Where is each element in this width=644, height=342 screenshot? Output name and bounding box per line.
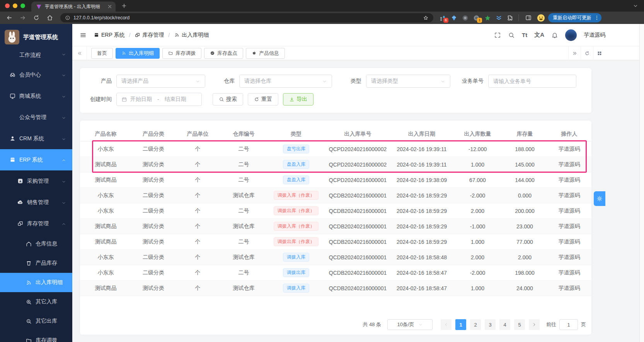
type-select[interactable]: 请选择类型 <box>366 75 450 88</box>
cell-unit: 个 <box>175 208 220 214</box>
sidebar-item-zoom-out[interactable]: 其它出库 <box>0 311 72 331</box>
tab-search-button[interactable] <box>632 3 639 9</box>
type-badge: 盘盈入库 <box>283 160 309 169</box>
warehouse-label: 仓库 <box>224 78 235 85</box>
warehouse-select[interactable]: 请选择仓库 <box>239 75 332 88</box>
view-tab[interactable]: 出入库明细 <box>116 48 160 59</box>
date-range-input[interactable]: 开始日期 - 结束日期 <box>116 93 202 106</box>
filter-card: 产品 请选择产品 仓库 请选择仓库 类型 请选择类型 <box>80 68 591 113</box>
forward-button[interactable] <box>19 14 26 21</box>
export-button[interactable]: 导出 <box>283 93 313 105</box>
tabs-scroll-left-button[interactable] <box>72 46 87 60</box>
search-button[interactable]: 搜索 <box>213 93 243 105</box>
app-logo[interactable]: 芋道管理系统 <box>0 24 72 50</box>
pagination: 共 48 条 10条/页 12345 前往 页 <box>363 319 586 330</box>
bookmark-star-icon[interactable] <box>423 15 429 21</box>
reset-button[interactable]: 重置 <box>248 93 278 105</box>
page-button-3[interactable]: 3 <box>485 319 496 330</box>
browser-tab[interactable]: 芋道管理系统 - 出入库明细 <box>31 2 116 12</box>
next-page-button[interactable] <box>529 319 540 330</box>
refresh-view-button[interactable] <box>581 46 593 60</box>
sidebar-item-folder[interactable]: 库存调拨 <box>0 331 72 342</box>
sidebar-item-purchase[interactable]: A采购管理 <box>0 170 72 192</box>
sidebar-item-member[interactable]: 会员中心 <box>0 64 72 85</box>
breadcrumb-item[interactable]: 出入库明细 <box>174 32 209 39</box>
cell-stock: 77.000 <box>503 239 547 245</box>
sidebar-item-product[interactable]: 产品库存 <box>0 254 72 273</box>
site-info-icon[interactable] <box>65 15 70 20</box>
collapse-sidebar-button[interactable] <box>80 32 87 39</box>
table-head: 产品名称产品分类产品单位仓库编号类型出入库单号出入库日期出入库数量库存量操作人 <box>80 127 591 141</box>
chrome-update-button[interactable]: 重新启动即可更新 <box>548 13 601 22</box>
back-button[interactable] <box>6 14 13 21</box>
breadcrumb-item[interactable]: ERP 系统 <box>94 32 124 39</box>
view-tab[interactable]: 首页 <box>91 48 113 59</box>
search-icon[interactable] <box>508 32 515 39</box>
cell-type: 调拨入库（作废） <box>267 191 325 200</box>
extensions-puzzle-icon[interactable] <box>506 14 514 22</box>
page-scrollbar[interactable] <box>639 24 644 342</box>
sidebar-item-erp[interactable]: ERP 系统 <box>0 149 72 170</box>
sidebar-item-record[interactable]: 出入库明细 <box>0 273 72 292</box>
user-name[interactable]: 芋道源码 <box>584 32 605 39</box>
sidebar-item-sale[interactable]: 销售管理 <box>0 192 72 213</box>
prev-page-button[interactable] <box>441 319 451 330</box>
cell-operator: 芋道源码 <box>547 269 591 276</box>
language-icon[interactable]: 文A <box>534 31 544 39</box>
font-size-icon[interactable]: Tt <box>522 32 527 38</box>
tabs-scroll-right-button[interactable] <box>568 46 581 60</box>
chevron-down-icon <box>440 79 445 84</box>
sidebar-item-mall[interactable]: 商城系统 <box>0 85 72 107</box>
cell-date: 2024-02-16 19:39:11 <box>391 162 453 168</box>
sidebar-item-crm[interactable]: CRM 系统 <box>0 128 72 149</box>
view-tab[interactable]: 库存盘点 <box>204 48 243 59</box>
sidebar-item-stock[interactable]: 库存管理 <box>0 213 72 234</box>
close-window-button[interactable] <box>5 3 10 8</box>
extension-chevrons[interactable] <box>494 14 503 22</box>
page-button-4[interactable]: 4 <box>499 319 510 330</box>
sidebar-item-item-0[interactable]: 工作流程 <box>0 50 72 64</box>
table-row: 测试商品测试分类个二号盘盈入库QCPD202402160000012024-02… <box>80 172 591 188</box>
page-button-5[interactable]: 5 <box>514 319 525 330</box>
folder-icon <box>26 337 32 342</box>
sidebar-item-zoom-in[interactable]: 其它入库 <box>0 292 72 311</box>
settings-drawer-button[interactable] <box>594 191 605 206</box>
address-bar[interactable]: 127.0.0.1/erp/stock/record <box>60 13 433 22</box>
new-tab-button[interactable] <box>121 3 127 9</box>
fullscreen-icon[interactable] <box>494 32 501 39</box>
extension-circle[interactable] <box>461 14 469 22</box>
extension-session[interactable]: 1 <box>472 14 480 22</box>
table-row: 测试商品测试分类个二号调拨出库（作废）QCDB20240216000001202… <box>80 234 591 250</box>
home-button[interactable] <box>46 14 53 21</box>
breadcrumb-item[interactable]: 库存管理 <box>135 32 164 39</box>
page-button-2[interactable]: 2 <box>470 319 481 330</box>
apple-icon <box>252 51 257 56</box>
maximize-window-button[interactable] <box>20 3 25 8</box>
layout-grid-button[interactable] <box>593 46 605 60</box>
reload-button[interactable] <box>33 14 40 21</box>
chrome-menu-icon[interactable] <box>594 15 600 21</box>
cell-stock: 23.000 <box>503 223 547 230</box>
view-tab[interactable]: 库存调拨 <box>162 48 201 59</box>
extension-blocks[interactable]: 6 <box>438 14 447 22</box>
cell-type: 调拨入库 <box>267 253 325 262</box>
order-no-input[interactable] <box>488 75 576 88</box>
extension-gem[interactable] <box>450 14 458 22</box>
product-select[interactable]: 请选择产品 <box>116 75 205 88</box>
extension-star[interactable] <box>483 14 492 22</box>
profile-avatar[interactable] <box>537 14 545 22</box>
view-tab[interactable]: 产品信息 <box>246 48 285 59</box>
goto-page-input[interactable] <box>559 319 578 330</box>
side-panel-button[interactable] <box>525 14 532 21</box>
sidebar-item-warehouse[interactable]: 仓库信息 <box>0 234 72 254</box>
page-size-select[interactable]: 10条/页 <box>387 319 433 330</box>
header-actions: Tt 文A 芋道源码 <box>494 29 605 41</box>
sidebar-item-item-3[interactable]: 公众号管理 <box>0 107 72 128</box>
tab-title: 芋道管理系统 - 出入库明细 <box>45 3 104 10</box>
minimize-window-button[interactable] <box>13 3 17 8</box>
notification-bell-icon[interactable] <box>551 32 558 39</box>
page-button-1[interactable]: 1 <box>455 319 466 330</box>
product-label: 产品 <box>88 78 112 85</box>
tab-close-icon[interactable] <box>107 4 112 9</box>
user-avatar[interactable] <box>565 29 577 41</box>
